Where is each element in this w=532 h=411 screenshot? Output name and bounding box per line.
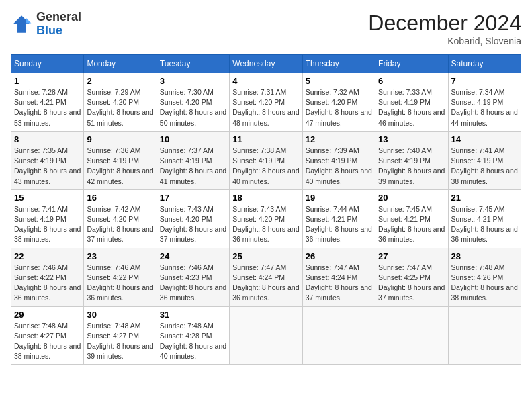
day-number: 23 xyxy=(87,251,153,261)
calendar-cell xyxy=(230,306,302,365)
day-info: Sunrise: 7:31 AM Sunset: 4:20 PM Dayligh… xyxy=(232,87,299,128)
calendar-cell: 31 Sunrise: 7:48 AM Sunset: 4:28 PM Dayl… xyxy=(157,306,229,365)
day-number: 20 xyxy=(378,193,445,203)
calendar-cell: 1 Sunrise: 7:28 AM Sunset: 4:21 PM Dayli… xyxy=(11,73,84,132)
day-info: Sunrise: 7:44 AM Sunset: 4:21 PM Dayligh… xyxy=(306,204,372,245)
day-info: Sunrise: 7:35 AM Sunset: 4:19 PM Dayligh… xyxy=(14,146,81,187)
calendar-cell: 20 Sunrise: 7:45 AM Sunset: 4:21 PM Dayl… xyxy=(375,189,448,248)
calendar-cell: 23 Sunrise: 7:46 AM Sunset: 4:22 PM Dayl… xyxy=(84,248,157,306)
weekday-header-tuesday: Tuesday xyxy=(157,55,229,73)
day-info: Sunrise: 7:45 AM Sunset: 4:21 PM Dayligh… xyxy=(378,204,445,245)
day-number: 28 xyxy=(451,251,518,261)
calendar-cell: 17 Sunrise: 7:43 AM Sunset: 4:20 PM Dayl… xyxy=(157,189,229,248)
day-number: 10 xyxy=(160,134,226,144)
calendar-cell xyxy=(448,306,521,365)
calendar-cell: 19 Sunrise: 7:44 AM Sunset: 4:21 PM Dayl… xyxy=(302,189,375,248)
day-info: Sunrise: 7:38 AM Sunset: 4:19 PM Dayligh… xyxy=(232,146,299,187)
day-info: Sunrise: 7:43 AM Sunset: 4:20 PM Dayligh… xyxy=(232,204,299,245)
weekday-header-monday: Monday xyxy=(84,55,157,73)
calendar-week-1: 1 Sunrise: 7:28 AM Sunset: 4:21 PM Dayli… xyxy=(11,73,521,132)
calendar-cell: 12 Sunrise: 7:39 AM Sunset: 4:19 PM Dayl… xyxy=(302,131,375,189)
day-number: 17 xyxy=(160,193,226,203)
weekday-header-friday: Friday xyxy=(375,55,448,73)
day-info: Sunrise: 7:47 AM Sunset: 4:24 PM Dayligh… xyxy=(306,263,372,304)
calendar-cell: 18 Sunrise: 7:43 AM Sunset: 4:20 PM Dayl… xyxy=(230,189,302,248)
day-info: Sunrise: 7:33 AM Sunset: 4:19 PM Dayligh… xyxy=(378,87,445,128)
day-number: 12 xyxy=(306,134,372,144)
calendar-cell: 10 Sunrise: 7:37 AM Sunset: 4:19 PM Dayl… xyxy=(157,131,229,189)
calendar-cell: 27 Sunrise: 7:47 AM Sunset: 4:25 PM Dayl… xyxy=(375,248,448,306)
calendar-cell: 26 Sunrise: 7:47 AM Sunset: 4:24 PM Dayl… xyxy=(302,248,375,306)
day-number: 24 xyxy=(160,251,226,261)
day-number: 8 xyxy=(14,134,81,144)
day-info: Sunrise: 7:39 AM Sunset: 4:19 PM Dayligh… xyxy=(306,146,372,187)
calendar-cell: 2 Sunrise: 7:29 AM Sunset: 4:20 PM Dayli… xyxy=(84,73,157,132)
calendar-cell: 6 Sunrise: 7:33 AM Sunset: 4:19 PM Dayli… xyxy=(375,73,448,132)
calendar-cell: 28 Sunrise: 7:48 AM Sunset: 4:26 PM Dayl… xyxy=(448,248,521,306)
calendar-cell: 13 Sunrise: 7:40 AM Sunset: 4:19 PM Dayl… xyxy=(375,131,448,189)
day-number: 3 xyxy=(160,76,226,86)
calendar-week-5: 29 Sunrise: 7:48 AM Sunset: 4:27 PM Dayl… xyxy=(11,306,521,365)
day-number: 11 xyxy=(232,134,299,144)
calendar-cell: 25 Sunrise: 7:47 AM Sunset: 4:24 PM Dayl… xyxy=(230,248,302,306)
day-info: Sunrise: 7:48 AM Sunset: 4:27 PM Dayligh… xyxy=(87,321,153,362)
day-number: 2 xyxy=(87,76,153,86)
calendar-cell: 16 Sunrise: 7:42 AM Sunset: 4:20 PM Dayl… xyxy=(84,189,157,248)
day-number: 9 xyxy=(87,134,153,144)
calendar-cell: 14 Sunrise: 7:41 AM Sunset: 4:19 PM Dayl… xyxy=(448,131,521,189)
calendar-cell: 7 Sunrise: 7:34 AM Sunset: 4:19 PM Dayli… xyxy=(448,73,521,132)
page-header: General Blue December 2024 Kobarid, Slov… xyxy=(11,11,521,46)
calendar-cell: 22 Sunrise: 7:46 AM Sunset: 4:22 PM Dayl… xyxy=(11,248,84,306)
day-info: Sunrise: 7:40 AM Sunset: 4:19 PM Dayligh… xyxy=(378,146,445,187)
weekday-header-thursday: Thursday xyxy=(302,55,375,73)
day-info: Sunrise: 7:42 AM Sunset: 4:20 PM Dayligh… xyxy=(87,204,153,245)
day-number: 29 xyxy=(14,310,81,320)
day-info: Sunrise: 7:47 AM Sunset: 4:24 PM Dayligh… xyxy=(232,263,299,304)
day-number: 30 xyxy=(87,310,153,320)
day-number: 1 xyxy=(14,76,81,86)
day-number: 14 xyxy=(451,134,518,144)
calendar-week-2: 8 Sunrise: 7:35 AM Sunset: 4:19 PM Dayli… xyxy=(11,131,521,189)
day-number: 27 xyxy=(378,251,445,261)
day-info: Sunrise: 7:36 AM Sunset: 4:19 PM Dayligh… xyxy=(87,146,153,187)
day-info: Sunrise: 7:48 AM Sunset: 4:27 PM Dayligh… xyxy=(14,321,81,362)
calendar-week-4: 22 Sunrise: 7:46 AM Sunset: 4:22 PM Dayl… xyxy=(11,248,521,306)
day-info: Sunrise: 7:48 AM Sunset: 4:26 PM Dayligh… xyxy=(451,263,518,304)
day-number: 21 xyxy=(451,193,518,203)
day-info: Sunrise: 7:46 AM Sunset: 4:23 PM Dayligh… xyxy=(160,263,226,304)
day-number: 18 xyxy=(232,193,299,203)
calendar-cell xyxy=(302,306,375,365)
calendar-cell: 5 Sunrise: 7:32 AM Sunset: 4:20 PM Dayli… xyxy=(302,73,375,132)
calendar-cell: 8 Sunrise: 7:35 AM Sunset: 4:19 PM Dayli… xyxy=(11,131,84,189)
day-info: Sunrise: 7:48 AM Sunset: 4:28 PM Dayligh… xyxy=(160,321,226,362)
calendar-cell xyxy=(375,306,448,365)
day-info: Sunrise: 7:32 AM Sunset: 4:20 PM Dayligh… xyxy=(306,87,372,128)
day-info: Sunrise: 7:34 AM Sunset: 4:19 PM Dayligh… xyxy=(451,87,518,128)
calendar-cell: 11 Sunrise: 7:38 AM Sunset: 4:19 PM Dayl… xyxy=(230,131,302,189)
svg-marker-1 xyxy=(26,17,31,23)
day-info: Sunrise: 7:29 AM Sunset: 4:20 PM Dayligh… xyxy=(87,87,153,128)
title-block: December 2024 Kobarid, Slovenia xyxy=(368,11,521,46)
day-info: Sunrise: 7:43 AM Sunset: 4:20 PM Dayligh… xyxy=(160,204,226,245)
calendar: SundayMondayTuesdayWednesdayThursdayFrid… xyxy=(11,54,521,365)
day-info: Sunrise: 7:28 AM Sunset: 4:21 PM Dayligh… xyxy=(14,87,81,128)
day-number: 16 xyxy=(87,193,153,203)
day-number: 5 xyxy=(306,76,372,86)
calendar-cell: 30 Sunrise: 7:48 AM Sunset: 4:27 PM Dayl… xyxy=(84,306,157,365)
weekday-header-wednesday: Wednesday xyxy=(230,55,302,73)
day-info: Sunrise: 7:46 AM Sunset: 4:22 PM Dayligh… xyxy=(14,263,81,304)
weekday-header-sunday: Sunday xyxy=(11,55,84,73)
day-number: 19 xyxy=(306,193,372,203)
day-number: 15 xyxy=(14,193,81,203)
day-number: 22 xyxy=(14,251,81,261)
calendar-cell: 21 Sunrise: 7:45 AM Sunset: 4:21 PM Dayl… xyxy=(448,189,521,248)
day-info: Sunrise: 7:41 AM Sunset: 4:19 PM Dayligh… xyxy=(14,204,81,245)
calendar-cell: 3 Sunrise: 7:30 AM Sunset: 4:20 PM Dayli… xyxy=(157,73,229,132)
day-number: 6 xyxy=(378,76,445,86)
day-number: 4 xyxy=(232,76,299,86)
day-info: Sunrise: 7:37 AM Sunset: 4:19 PM Dayligh… xyxy=(160,146,226,187)
day-info: Sunrise: 7:41 AM Sunset: 4:19 PM Dayligh… xyxy=(451,146,518,187)
day-info: Sunrise: 7:47 AM Sunset: 4:25 PM Dayligh… xyxy=(378,263,445,304)
day-number: 26 xyxy=(306,251,372,261)
location: Kobarid, Slovenia xyxy=(368,36,521,46)
